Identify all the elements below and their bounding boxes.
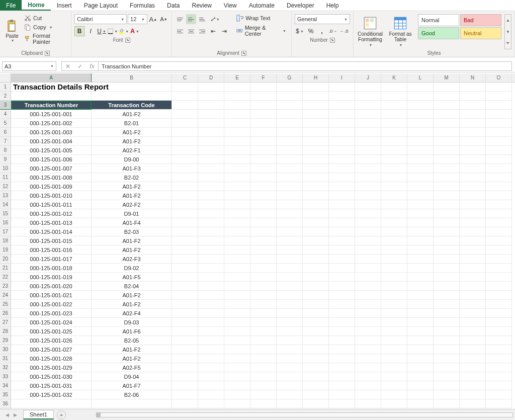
cell-H31[interactable] [303,354,329,363]
cell-I9[interactable] [329,155,355,164]
cell-A3[interactable]: Transaction Number [11,101,92,110]
cell-K15[interactable] [381,209,407,218]
cell-I35[interactable] [329,390,355,399]
horizontal-scrollbar[interactable] [96,412,513,417]
cell-M34[interactable] [434,381,460,390]
cell-C22[interactable] [172,273,198,282]
cell-O6[interactable] [486,128,512,137]
cell-C17[interactable] [172,227,198,236]
cell-F3[interactable] [250,101,277,110]
cell-H4[interactable] [303,110,329,119]
cell-G34[interactable] [277,381,303,390]
cell-N29[interactable] [460,336,486,345]
formula-input[interactable]: Transaction Number [99,61,512,71]
cell-I11[interactable] [329,173,355,182]
row-header-11[interactable]: 11 [0,173,11,182]
conditional-formatting-button[interactable]: Conditional Formatting▼ [357,14,384,49]
cell-H22[interactable] [303,273,329,282]
cell-L15[interactable] [407,209,434,218]
cell-D8[interactable] [198,146,224,155]
cell-E29[interactable] [224,336,250,345]
cell-C29[interactable] [172,336,198,345]
cell-O14[interactable] [486,200,512,209]
cell-H34[interactable] [303,381,329,390]
sheet-nav-next[interactable]: ▶ [11,411,19,419]
font-color-button[interactable]: A▼ [130,26,140,36]
row-header-4[interactable]: 4 [0,110,11,119]
cell-E9[interactable] [224,155,250,164]
cell-A14[interactable]: 000-125-001-011 [11,200,92,209]
row-header-15[interactable]: 15 [0,209,11,218]
cell-E1[interactable] [224,82,250,92]
cell-I18[interactable] [329,236,355,245]
cell-K22[interactable] [381,273,407,282]
cell-L6[interactable] [407,128,434,137]
cell-O11[interactable] [486,173,512,182]
cell-A31[interactable]: 000-125-001-028 [11,354,92,363]
decrease-font-button[interactable]: A▼ [159,14,168,24]
cell-A10[interactable]: 000-125-001-007 [11,164,92,173]
cell-D22[interactable] [198,273,224,282]
cell-G18[interactable] [277,236,303,245]
cell-A33[interactable]: 000-125-001-030 [11,372,92,381]
cell-D2[interactable] [198,92,224,101]
cell-G1[interactable] [277,82,303,92]
cell-O34[interactable] [486,381,512,390]
cell-N8[interactable] [460,146,486,155]
cell-A21[interactable]: 000-125-001-018 [11,264,92,273]
cell-G20[interactable] [277,255,303,264]
cell-N4[interactable] [460,110,486,119]
cell-A11[interactable]: 000-125-001-008 [11,173,92,182]
cell-L2[interactable] [407,92,434,101]
cell-G13[interactable] [277,191,303,200]
cell-K19[interactable] [381,245,407,255]
cell-C4[interactable] [172,110,198,119]
style-good[interactable]: Good [418,27,459,39]
row-header-16[interactable]: 16 [0,218,11,227]
cell-L32[interactable] [407,363,434,372]
cell-N33[interactable] [460,372,486,381]
cell-K31[interactable] [381,354,407,363]
cell-O31[interactable] [486,354,512,363]
cell-H17[interactable] [303,227,329,236]
cell-O28[interactable] [486,327,512,336]
accounting-format-button[interactable]: $▼ [295,26,305,36]
cell-B11[interactable]: B2-02 [92,173,172,182]
cell-I33[interactable] [329,372,355,381]
scrollbar-thumb[interactable] [97,413,101,417]
cell-D32[interactable] [198,363,224,372]
cell-B3[interactable]: Transaction Code [92,101,172,110]
cell-F4[interactable] [250,110,277,119]
cell-H6[interactable] [303,128,329,137]
cell-N36[interactable] [460,399,486,408]
column-header-C[interactable]: C [172,73,198,82]
cell-N6[interactable] [460,128,486,137]
cell-C8[interactable] [172,146,198,155]
column-header-E[interactable]: E [224,73,250,82]
cell-C1[interactable] [172,82,198,92]
cell-O24[interactable] [486,291,512,300]
align-top-button[interactable] [175,14,185,24]
row-header-21[interactable]: 21 [0,264,11,273]
cell-A17[interactable]: 000-125-001-014 [11,227,92,236]
cell-O1[interactable] [486,82,512,92]
row-header-1[interactable]: 1 [0,82,11,92]
borders-button[interactable]: ▼ [108,26,118,36]
bold-button[interactable]: B [74,26,84,36]
cell-F23[interactable] [250,282,277,291]
row-header-14[interactable]: 14 [0,200,11,209]
row-header-8[interactable]: 8 [0,146,11,155]
format-as-table-button[interactable]: Format as Table▼ [387,14,414,49]
cell-O29[interactable] [486,336,512,345]
cell-H26[interactable] [303,309,329,318]
cell-I1[interactable] [329,82,355,92]
row-header-10[interactable]: 10 [0,164,11,173]
cell-M7[interactable] [434,137,460,146]
cell-G3[interactable] [277,101,303,110]
cell-A35[interactable]: 000-125-001-032 [11,390,92,399]
decrease-indent-button[interactable]: ⇤ [208,26,218,36]
cell-O33[interactable] [486,372,512,381]
cell-I7[interactable] [329,137,355,146]
cell-B17[interactable]: B2-03 [92,227,172,236]
cell-O19[interactable] [486,245,512,255]
